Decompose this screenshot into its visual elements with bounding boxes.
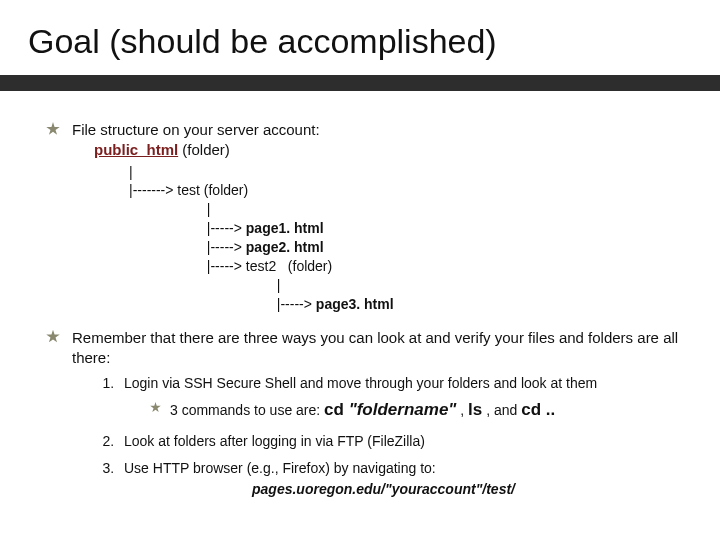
title-rule [0, 75, 720, 91]
list-item-ssh: Login via SSH Secure Shell and move thro… [118, 374, 680, 422]
bullet1-text: File structure on your server account: [72, 121, 320, 138]
tree-page1: page1. html [246, 220, 324, 236]
tree-pipe: | [94, 164, 133, 180]
item1-text: Login via SSH Secure Shell and move thro… [124, 375, 597, 391]
item2-text: Look at folders after logging in via FTP… [124, 433, 425, 449]
sep1: , [456, 402, 468, 418]
tree-branch: |-----> [94, 258, 246, 274]
sep2: , and [482, 402, 521, 418]
slide-body: File structure on your server account: p… [50, 120, 680, 513]
tree-pipe: | [94, 277, 280, 293]
bullet2-text: Remember that there are three ways you c… [72, 329, 678, 366]
folder-root-line: public_html (folder) [94, 140, 680, 160]
item3-text: Use HTTP browser (e.g., Firefox) by navi… [124, 460, 436, 476]
tree-page3: page3. html [316, 296, 394, 312]
tree-test-folder: test (folder) [177, 182, 248, 198]
url-line: pages.uoregon.edu/"youraccount"/test/ [252, 480, 680, 499]
tree-pipe: | [94, 201, 210, 217]
cmd-cdup: cd .. [521, 400, 555, 419]
folder-tree: | |-------> test (folder) | |-----> page… [94, 163, 680, 314]
list-item-ftp: Look at folders after logging in via FTP… [118, 432, 680, 451]
tree-branch: |-----> [94, 296, 316, 312]
slide: Goal (should be accomplished) File struc… [0, 0, 720, 540]
tree-test2-folder: test2 (folder) [246, 258, 332, 274]
list-item-http: Use HTTP browser (e.g., Firefox) by navi… [118, 459, 680, 499]
cmd-cd: cd [324, 400, 349, 419]
root-folder-suffix: (folder) [178, 141, 230, 158]
slide-title: Goal (should be accomplished) [28, 22, 497, 61]
url-text: pages.uoregon.edu/"youraccount"/test/ [252, 481, 515, 497]
commands-subbullet: 3 commands to use are: cd "foldername" ,… [150, 399, 680, 422]
bullet-remember: Remember that there are three ways you c… [50, 328, 680, 499]
tree-branch: |-----> [94, 239, 246, 255]
cmds-intro: 3 commands to use are: [170, 402, 324, 418]
root-folder: public_html [94, 141, 178, 158]
tree-page2: page2. html [246, 239, 324, 255]
bullet-file-structure: File structure on your server account: p… [50, 120, 680, 314]
tree-branch: |-----> [94, 220, 246, 236]
cmd-cd-arg: "foldername" [349, 400, 457, 419]
cmd-ls: ls [468, 400, 482, 419]
ways-list: Login via SSH Secure Shell and move thro… [72, 374, 680, 499]
tree-branch: |-------> [94, 182, 177, 198]
